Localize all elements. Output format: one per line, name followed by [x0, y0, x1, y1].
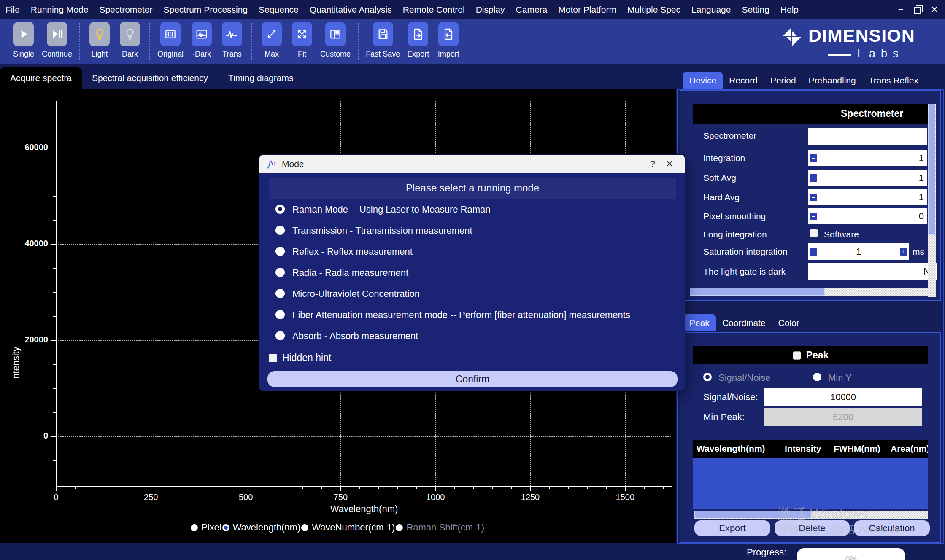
- max-button[interactable]: Max: [259, 22, 284, 59]
- option-radia[interactable]: Radia - Radia measurement: [259, 264, 685, 282]
- menu-file[interactable]: File: [0, 5, 25, 15]
- integration-input[interactable]: − 1: [808, 150, 927, 166]
- fast-save-button[interactable]: Fast Save: [366, 22, 400, 59]
- help-icon[interactable]: ?: [644, 159, 661, 170]
- dialog-title-bar[interactable]: Mode ? ✕: [259, 155, 685, 173]
- menu-language[interactable]: Language: [686, 5, 736, 15]
- x-major-tick: [151, 487, 151, 491]
- signal-noise-radio[interactable]: [703, 373, 712, 381]
- fit-button[interactable]: Fit: [290, 22, 314, 59]
- x-minor-tick: [132, 487, 132, 489]
- tab-spectral-acquisition-efficiency[interactable]: Spectral acquisition efficiency: [82, 67, 218, 89]
- tab-color[interactable]: Color: [772, 314, 806, 331]
- device-vscrollbar[interactable]: [928, 104, 936, 297]
- radio-pixel[interactable]: [191, 524, 198, 531]
- mode-dialog: Mode ? ✕ Please select a running mode Ra…: [259, 154, 685, 391]
- decrement-icon[interactable]: −: [810, 213, 817, 220]
- x-axis-line: [56, 486, 672, 487]
- min-y-radio[interactable]: [813, 373, 821, 381]
- device-hscrollbar[interactable]: [690, 288, 928, 296]
- hard-avg-input[interactable]: − 1: [808, 189, 927, 205]
- tab-record[interactable]: Record: [723, 72, 764, 89]
- menu-motor-platform[interactable]: Motor Platform: [553, 5, 622, 15]
- decrement-icon[interactable]: −: [810, 194, 817, 201]
- option-absorb[interactable]: Absorb - Absorb measurement: [259, 327, 685, 345]
- option-reflex[interactable]: Reflex - Reflex measurement: [259, 242, 685, 261]
- menu-camera[interactable]: Camera: [510, 5, 553, 15]
- export-peaks-button[interactable]: Export: [694, 520, 770, 536]
- minus-dark-button[interactable]: -Dark: [189, 22, 214, 59]
- option-raman-mode[interactable]: Raman Mode -- Using Laser to Measure Ram…: [259, 200, 685, 219]
- menu-sequence[interactable]: Sequence: [253, 5, 304, 15]
- increment-icon[interactable]: +: [900, 248, 907, 256]
- radio-icon[interactable]: [275, 268, 285, 277]
- device-vscroll-thumb[interactable]: [928, 104, 935, 235]
- spectrometer-input[interactable]: [808, 128, 927, 145]
- confirm-button[interactable]: Confirm: [267, 371, 678, 387]
- layout-icon: [325, 22, 346, 46]
- progress-label: Progress:: [747, 547, 786, 558]
- menu-quantitative-analysis[interactable]: Quantitative Analysis: [304, 5, 397, 15]
- window-controls: − ✕: [895, 0, 945, 19]
- radio-icon[interactable]: [275, 247, 285, 256]
- saturation-integration-input[interactable]: − 1 +: [808, 243, 909, 260]
- export-button[interactable]: Export: [406, 22, 430, 59]
- radio-icon[interactable]: [275, 310, 285, 319]
- software-checkbox[interactable]: [810, 229, 818, 237]
- signal-noise-input[interactable]: 10000: [764, 388, 922, 406]
- menu-multiple-spec[interactable]: Multiple Spec: [622, 5, 686, 15]
- tab-acquire-spectra[interactable]: Acquire spectra: [0, 67, 82, 89]
- option-transmission[interactable]: Transmission - Ttransmission measurement: [259, 221, 685, 240]
- pixel-smoothing-input[interactable]: − 0: [808, 208, 927, 224]
- menu-spectrometer[interactable]: Spectrometer: [94, 5, 158, 15]
- single-button[interactable]: Single: [11, 22, 36, 59]
- radio-icon[interactable]: [275, 205, 285, 214]
- tab-trans-reflex[interactable]: Trans Reflex: [862, 72, 925, 89]
- x-tick-label: 1000: [414, 493, 456, 502]
- device-hscroll-thumb[interactable]: [690, 288, 825, 296]
- decrement-icon[interactable]: −: [810, 174, 817, 182]
- tab-timing-diagrams[interactable]: Timing diagrams: [218, 67, 303, 89]
- radio-icon[interactable]: [275, 289, 285, 298]
- restore-icon[interactable]: [912, 4, 923, 15]
- radio-icon[interactable]: [275, 331, 285, 340]
- trans-button[interactable]: Trans: [220, 22, 244, 59]
- menu-spectrum-processing[interactable]: Spectrum Processing: [158, 5, 254, 15]
- y-minor-tick: [53, 124, 56, 124]
- menu-display[interactable]: Display: [470, 5, 510, 15]
- peak-table-body[interactable]: [693, 458, 928, 509]
- minimize-icon[interactable]: −: [895, 4, 906, 15]
- soft-avg-input[interactable]: − 1: [808, 170, 927, 186]
- import-button[interactable]: Import: [436, 22, 461, 59]
- light-gate-select[interactable]: No: [808, 263, 937, 280]
- min-peak-input[interactable]: 6200: [764, 408, 922, 426]
- light-button[interactable]: Light: [87, 22, 112, 59]
- x-minor-tick: [284, 487, 284, 489]
- tab-device[interactable]: Device: [683, 72, 723, 89]
- menu-remote-control[interactable]: Remote Control: [397, 5, 470, 15]
- option-fiber-attenuation[interactable]: Fiber Attenuation measurement mode -- Pe…: [259, 306, 685, 324]
- peak-checkbox[interactable]: [793, 351, 801, 360]
- continue-button[interactable]: Continue: [42, 22, 72, 59]
- dark-button[interactable]: Dark: [118, 22, 142, 59]
- tab-peak[interactable]: Peak: [683, 314, 716, 331]
- menu-help[interactable]: Help: [775, 5, 804, 15]
- menu-setting[interactable]: Setting: [736, 5, 775, 15]
- dialog-close-icon[interactable]: ✕: [661, 159, 678, 170]
- tab-period[interactable]: Period: [764, 72, 802, 89]
- custome-button[interactable]: Custome: [320, 22, 351, 59]
- tab-coordinate[interactable]: Coordinate: [716, 314, 772, 331]
- radio-raman-shift[interactable]: [396, 524, 403, 531]
- radio-icon[interactable]: [275, 226, 285, 235]
- decrement-icon[interactable]: −: [810, 154, 817, 162]
- close-icon[interactable]: ✕: [929, 4, 940, 15]
- x-minor-tick: [644, 487, 645, 489]
- option-micro-ultraviolet[interactable]: Micro-Ultraviolet Concentration: [259, 285, 685, 303]
- hidden-hint-checkbox[interactable]: [269, 354, 277, 362]
- radio-wavenumber[interactable]: [301, 524, 308, 531]
- peak-table-header: Wavelength(nm) Intensity FWHM(nm) Area(n…: [693, 440, 928, 458]
- menu-running-mode[interactable]: Running Mode: [25, 5, 94, 15]
- original-button[interactable]: Original: [157, 22, 184, 59]
- tab-prehandling[interactable]: Prehandling: [802, 72, 862, 89]
- radio-wavelength[interactable]: [222, 524, 230, 531]
